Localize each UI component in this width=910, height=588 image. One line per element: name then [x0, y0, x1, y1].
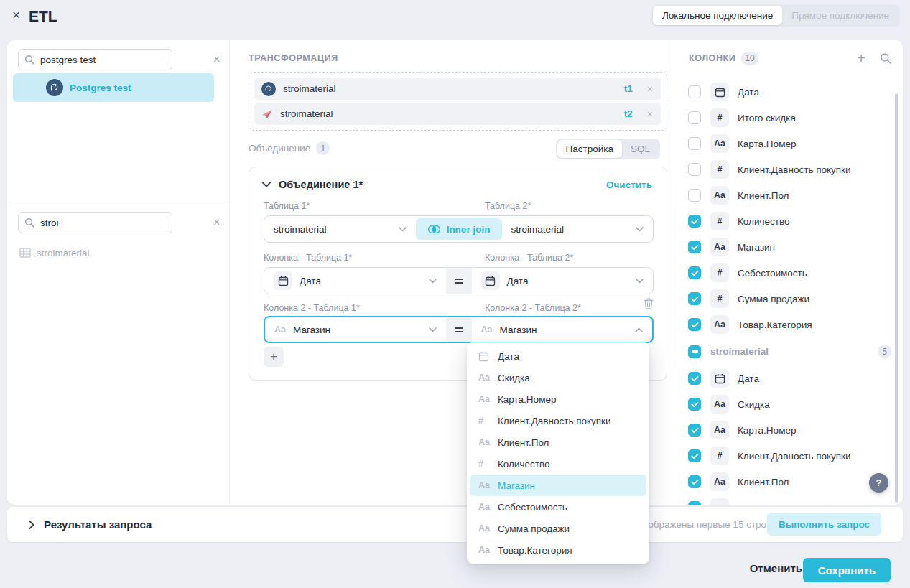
- column-row[interactable]: Aa Клиент.Пол: [672, 469, 903, 495]
- column-row[interactable]: Aa Карта.Номер: [672, 131, 903, 157]
- remove-table-icon[interactable]: ×: [647, 84, 653, 94]
- sources-sidebar: × Postgres test × stroimaterial: [7, 40, 230, 505]
- checkbox-checked[interactable]: [688, 398, 701, 411]
- column-row-partial[interactable]: [672, 495, 903, 505]
- etl-editor-card: × Postgres test × stroimaterial: [7, 40, 903, 505]
- dropdown-option[interactable]: Aa Карта.Номер: [467, 388, 649, 410]
- transform-table-row[interactable]: stroimaterial t1 ×: [254, 78, 661, 100]
- dropdown-option[interactable]: Aa Клиент.Пол: [467, 431, 649, 453]
- clear-join-link[interactable]: Очистить: [606, 179, 652, 190]
- run-query-button[interactable]: Выполнить запрос: [767, 513, 881, 536]
- chevron-down-icon: [636, 279, 644, 284]
- table2-select[interactable]: stroimaterial: [502, 216, 654, 242]
- checkbox-checked[interactable]: [688, 501, 701, 505]
- checkbox-checked[interactable]: [688, 475, 701, 488]
- checkbox-unchecked[interactable]: [688, 137, 701, 150]
- checkbox-unchecked[interactable]: [688, 111, 701, 124]
- column2-table2-select[interactable]: Aa Магазин: [472, 317, 653, 342]
- calendar-icon: [710, 83, 729, 101]
- search-columns-icon[interactable]: [880, 52, 891, 64]
- table1-select[interactable]: stroimaterial: [264, 216, 416, 242]
- column2-table1-select[interactable]: Aa Магазин: [265, 317, 446, 342]
- chevron-down-icon: [399, 227, 407, 232]
- join-type-button[interactable]: Inner join: [416, 218, 502, 240]
- clear-table-search-icon[interactable]: ×: [213, 217, 220, 228]
- postgres-icon: [46, 79, 63, 96]
- column-row[interactable]: Дата: [672, 365, 903, 391]
- checkbox-checked[interactable]: [688, 215, 701, 228]
- sidebar-item-table[interactable]: stroimaterial: [19, 244, 90, 261]
- editor-mode-tabs: Настройка SQL: [556, 139, 660, 159]
- results-expander[interactable]: Результаты запроса: [29, 507, 152, 542]
- checkbox-unchecked[interactable]: [688, 163, 701, 176]
- column1-table1-select[interactable]: Дата: [264, 268, 446, 294]
- search-icon: [24, 218, 34, 228]
- direct-connection-tab[interactable]: Прямое подключение: [782, 6, 899, 25]
- scrollbar[interactable]: [895, 93, 898, 503]
- column-row[interactable]: # Итого скидка: [672, 105, 903, 131]
- column-row[interactable]: # Клиент.Давность покупки: [672, 443, 903, 469]
- collapse-chevron-down-icon[interactable]: [262, 182, 271, 187]
- calendar-icon: [478, 351, 498, 362]
- dropdown-option[interactable]: Aa Себестоимость: [467, 496, 649, 518]
- dropdown-option[interactable]: # Клиент.Давность покупки: [467, 410, 649, 431]
- local-connection-tab[interactable]: Локальное подключение: [653, 6, 782, 25]
- dropdown-option-selected[interactable]: Aa Магазин: [470, 475, 646, 496]
- checkbox-unchecked[interactable]: [688, 85, 701, 98]
- query-results-bar: Результаты запроса Отображены первые 15 …: [7, 507, 903, 542]
- column-group-header[interactable]: stroimaterial 5: [672, 337, 903, 365]
- column1-table2-select[interactable]: Дата: [472, 268, 654, 294]
- column-row[interactable]: # Количество: [672, 208, 903, 234]
- column-row[interactable]: # Сумма продажи: [672, 286, 903, 312]
- column-row[interactable]: Aa Товар.Категория: [672, 312, 903, 337]
- connection-search-input[interactable]: [18, 49, 172, 70]
- column-row[interactable]: # Клиент.Давность покупки: [672, 157, 903, 182]
- number-type-icon: #: [710, 212, 729, 230]
- checkbox-checked[interactable]: [688, 266, 701, 279]
- add-column-icon[interactable]: +: [857, 51, 865, 65]
- help-button[interactable]: ?: [869, 473, 888, 493]
- number-type-icon: #: [478, 416, 498, 426]
- dropdown-option[interactable]: Дата: [467, 345, 649, 367]
- save-button[interactable]: Сохранить: [803, 558, 891, 582]
- column-row[interactable]: Aa Магазин: [672, 234, 903, 260]
- checkbox-checked[interactable]: [688, 424, 701, 437]
- clear-connection-search-icon[interactable]: ×: [213, 54, 220, 65]
- text-type-icon: Aa: [710, 472, 729, 491]
- checkbox-checked[interactable]: [688, 449, 701, 462]
- group-name: stroimaterial: [710, 346, 769, 357]
- checkbox-checked[interactable]: [688, 292, 701, 305]
- checkbox-checked[interactable]: [688, 318, 701, 331]
- chevron-down-icon: [636, 227, 644, 232]
- column1-table1-label: Колонка - Таблица 1*: [264, 253, 352, 263]
- column-row[interactable]: Aa Карта.Номер: [672, 417, 903, 443]
- equals-icon: [446, 268, 472, 294]
- column-row[interactable]: Дата: [672, 79, 903, 105]
- table-search-input[interactable]: [18, 212, 172, 233]
- sidebar-item-connection[interactable]: Postgres test: [13, 73, 214, 102]
- column-row[interactable]: # Себестоимость: [672, 260, 903, 286]
- dropdown-option[interactable]: Aa Товар.Категория: [467, 539, 649, 561]
- tab-sql[interactable]: SQL: [622, 140, 659, 158]
- dropdown-option[interactable]: # Количество: [467, 453, 649, 475]
- checkbox-unchecked[interactable]: [688, 189, 701, 202]
- add-condition-button[interactable]: +: [264, 347, 284, 367]
- column-row[interactable]: Aa Скидка: [672, 391, 903, 417]
- table2-select-value: stroimaterial: [511, 224, 565, 235]
- close-icon[interactable]: ×: [12, 8, 20, 22]
- dropdown-option[interactable]: Aa Сумма продажи: [467, 518, 649, 539]
- results-title: Результаты запроса: [44, 518, 152, 531]
- text-type-icon: Aa: [478, 394, 498, 404]
- checkbox-checked[interactable]: [688, 241, 701, 253]
- remove-table-icon[interactable]: ×: [647, 109, 653, 119]
- dropdown-option[interactable]: Aa Скидка: [467, 367, 649, 388]
- checkbox-checked[interactable]: [688, 372, 701, 385]
- delete-condition-trash-icon[interactable]: [644, 298, 654, 309]
- column-row[interactable]: Aa Клиент.Пол: [672, 182, 903, 208]
- cancel-button[interactable]: Отменить: [750, 562, 802, 574]
- tab-settings[interactable]: Настройка: [557, 140, 622, 158]
- checkbox-indeterminate[interactable]: [688, 345, 701, 358]
- column2-table2-label: Колонка 2 - Таблица 2*: [485, 303, 581, 313]
- text-type-icon: Aa: [710, 186, 729, 205]
- transform-table-row[interactable]: stroimaterial t2 ×: [254, 103, 661, 125]
